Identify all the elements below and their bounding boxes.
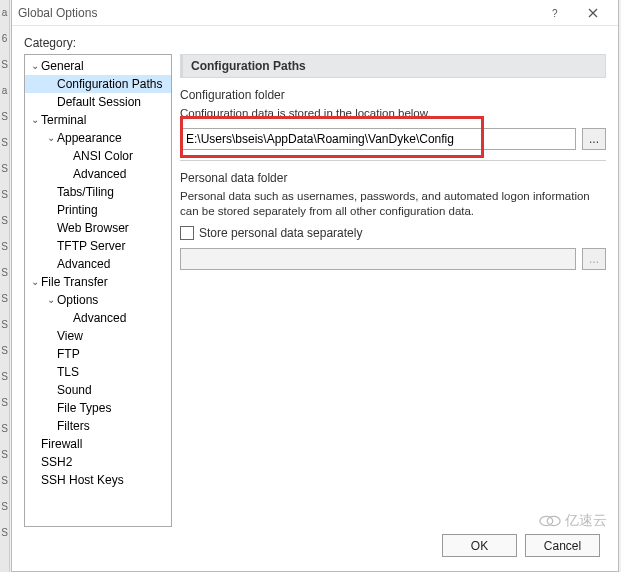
tree-item-label: View bbox=[57, 328, 83, 344]
svg-text:?: ? bbox=[552, 8, 558, 18]
tree-item-label: File Transfer bbox=[41, 274, 108, 290]
personal-folder-input bbox=[180, 248, 576, 270]
tree-item-label: Appearance bbox=[57, 130, 122, 146]
panel-title: Configuration Paths bbox=[180, 54, 606, 78]
tree-item[interactable]: ⌄Appearance bbox=[25, 129, 171, 147]
window-title: Global Options bbox=[18, 6, 536, 20]
category-label: Category: bbox=[24, 36, 606, 50]
tree-item[interactable]: Firewall bbox=[25, 435, 171, 453]
tree-item[interactable]: Web Browser bbox=[25, 219, 171, 237]
config-folder-browse-button[interactable]: ... bbox=[582, 128, 606, 150]
tree-item[interactable]: Printing bbox=[25, 201, 171, 219]
config-folder-title: Configuration folder bbox=[180, 88, 606, 102]
tree-item[interactable]: Advanced bbox=[25, 309, 171, 327]
tree-item-label: Sound bbox=[57, 382, 92, 398]
titlebar: Global Options ? bbox=[12, 0, 618, 26]
tree-item-label: TFTP Server bbox=[57, 238, 125, 254]
tree-item[interactable]: Configuration Paths bbox=[25, 75, 171, 93]
tree-item[interactable]: Advanced bbox=[25, 255, 171, 273]
tree-item[interactable]: SSH Host Keys bbox=[25, 471, 171, 489]
tree-item-label: SSH2 bbox=[41, 454, 72, 470]
tree-item-label: Printing bbox=[57, 202, 98, 218]
divider bbox=[180, 160, 606, 161]
store-personal-checkbox[interactable] bbox=[180, 226, 194, 240]
background-sidebar: a6SaSSSSSSSSSSSSSSSSS bbox=[0, 0, 10, 572]
personal-folder-desc: Personal data such as usernames, passwor… bbox=[180, 189, 606, 220]
personal-folder-browse-button: ... bbox=[582, 248, 606, 270]
store-personal-label: Store personal data separately bbox=[199, 226, 362, 240]
tree-item-label: Web Browser bbox=[57, 220, 129, 236]
global-options-dialog: Global Options ? Category: ⌄GeneralConfi… bbox=[11, 0, 619, 572]
tree-item-label: Terminal bbox=[41, 112, 86, 128]
tree-item-label: Firewall bbox=[41, 436, 82, 452]
tree-item-label: General bbox=[41, 58, 84, 74]
tree-item[interactable]: ANSI Color bbox=[25, 147, 171, 165]
personal-folder-title: Personal data folder bbox=[180, 171, 606, 185]
tree-item[interactable]: Filters bbox=[25, 417, 171, 435]
tree-item-label: SSH Host Keys bbox=[41, 472, 124, 488]
settings-panel: Configuration Paths Configuration folder… bbox=[180, 54, 606, 527]
collapse-icon[interactable]: ⌄ bbox=[45, 292, 56, 308]
tree-item-label: File Types bbox=[57, 400, 111, 416]
tree-item-label: Filters bbox=[57, 418, 90, 434]
cancel-button[interactable]: Cancel bbox=[525, 534, 600, 557]
help-button[interactable]: ? bbox=[536, 2, 574, 24]
collapse-icon[interactable]: ⌄ bbox=[29, 58, 40, 74]
collapse-icon[interactable]: ⌄ bbox=[29, 112, 40, 128]
collapse-icon[interactable]: ⌄ bbox=[29, 274, 40, 290]
collapse-icon[interactable]: ⌄ bbox=[45, 130, 56, 146]
tree-item-label: Default Session bbox=[57, 94, 141, 110]
tree-item-label: Advanced bbox=[73, 166, 126, 182]
config-folder-input[interactable] bbox=[180, 128, 576, 150]
tree-item-label: Options bbox=[57, 292, 98, 308]
tree-item[interactable]: Sound bbox=[25, 381, 171, 399]
tree-item[interactable]: TFTP Server bbox=[25, 237, 171, 255]
tree-item-label: Advanced bbox=[57, 256, 110, 272]
close-button[interactable] bbox=[574, 2, 612, 24]
tree-item[interactable]: FTP bbox=[25, 345, 171, 363]
tree-item[interactable]: File Types bbox=[25, 399, 171, 417]
tree-item-label: TLS bbox=[57, 364, 79, 380]
ok-button[interactable]: OK bbox=[442, 534, 517, 557]
dialog-footer: OK Cancel bbox=[24, 527, 606, 563]
tree-item-label: Tabs/Tiling bbox=[57, 184, 114, 200]
tree-item[interactable]: TLS bbox=[25, 363, 171, 381]
tree-item-label: FTP bbox=[57, 346, 80, 362]
tree-item[interactable]: Default Session bbox=[25, 93, 171, 111]
tree-item[interactable]: ⌄File Transfer bbox=[25, 273, 171, 291]
tree-item[interactable]: View bbox=[25, 327, 171, 345]
category-tree[interactable]: ⌄GeneralConfiguration PathsDefault Sessi… bbox=[24, 54, 172, 527]
tree-item[interactable]: SSH2 bbox=[25, 453, 171, 471]
tree-item[interactable]: Tabs/Tiling bbox=[25, 183, 171, 201]
tree-item[interactable]: Advanced bbox=[25, 165, 171, 183]
tree-item[interactable]: ⌄Options bbox=[25, 291, 171, 309]
tree-item[interactable]: ⌄Terminal bbox=[25, 111, 171, 129]
config-folder-desc: Configuration data is stored in the loca… bbox=[180, 106, 606, 122]
tree-item[interactable]: ⌄General bbox=[25, 57, 171, 75]
tree-item-label: ANSI Color bbox=[73, 148, 133, 164]
tree-item-label: Advanced bbox=[73, 310, 126, 326]
tree-item-label: Configuration Paths bbox=[57, 76, 162, 92]
